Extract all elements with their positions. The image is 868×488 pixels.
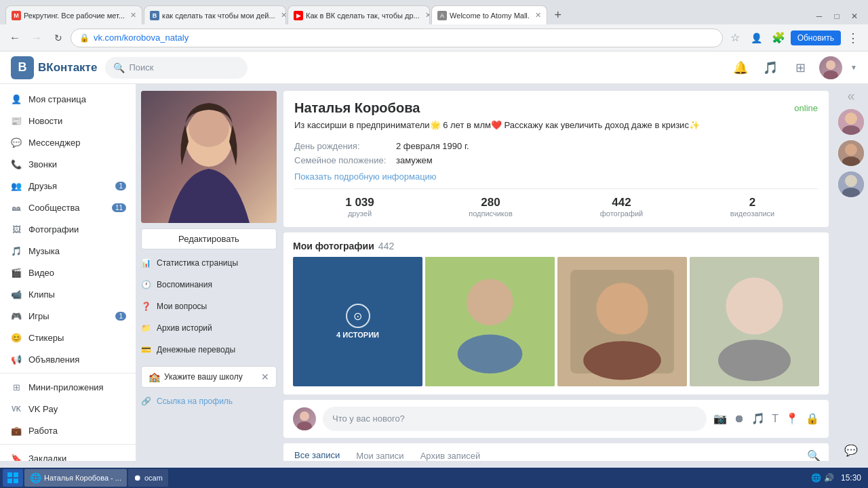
post-lock-icon[interactable]: 🔒 <box>806 412 819 425</box>
messenger-icon: 💬 <box>9 136 23 149</box>
memories-menu-item[interactable]: 🕐 Воспоминания <box>141 277 277 293</box>
sidebar-item-mini-apps[interactable]: ⊞ Мини-приложения <box>0 376 136 398</box>
sidebar-item-video[interactable]: 🎬 Видео <box>0 262 136 283</box>
browser-minimize[interactable]: ─ <box>811 8 827 24</box>
memories-icon: 🕐 <box>141 280 151 289</box>
stats-menu-item[interactable]: 📊 Статистика страницы <box>141 255 277 271</box>
photos-stat[interactable]: 442 фотографий <box>556 196 687 218</box>
address-bar[interactable]: 🔒 vk.com/korobova_nataly <box>71 28 723 47</box>
taskbar-nataly-label: Наталья Коробова - ... <box>44 474 121 482</box>
vk-search-box[interactable]: 🔍 Поиск <box>105 57 248 79</box>
sidebar-item-stickers[interactable]: 😊 Стикеры <box>0 327 136 348</box>
back-button[interactable]: ← <box>5 28 24 47</box>
sidebar-item-groups[interactable]: 🏘 Сообщества 11 <box>0 197 136 218</box>
post-video-icon[interactable]: ⏺ <box>734 413 745 425</box>
sidebar-music-label: Музыка <box>28 246 60 256</box>
sidebar-item-photos[interactable]: 🖼 Фотографии <box>0 218 136 240</box>
sidebar-item-calls[interactable]: 📞 Звонки <box>0 153 136 175</box>
archive-menu-item[interactable]: 📁 Архив историй <box>141 320 277 336</box>
friends-icon: 👥 <box>9 179 23 192</box>
show-more-link[interactable]: Показать подробную информацию <box>294 171 818 182</box>
svg-rect-28 <box>7 479 12 483</box>
svg-rect-27 <box>14 472 18 477</box>
system-tray: 🌐 🔊 15:30 <box>811 473 865 483</box>
post-input[interactable]: Что у вас нового? <box>323 407 707 431</box>
sidebar-vkpay-label: VK Pay <box>28 404 58 414</box>
tab-3[interactable]: ▶ Как в ВК сделать так, чтобы др... ✕ <box>288 5 430 24</box>
collapse-arrow-icon[interactable]: « <box>847 88 854 104</box>
tab-4-close[interactable]: ✕ <box>535 11 541 20</box>
profile-link-item[interactable]: 🔗 Ссылка на профиль <box>141 393 277 409</box>
birthday-label: День рождения: <box>294 141 396 151</box>
extensions-button[interactable]: 🧩 <box>769 28 788 47</box>
apps-grid-icon[interactable]: ⊞ <box>789 57 811 79</box>
tab-2-close[interactable]: ✕ <box>281 11 287 20</box>
photo-tile-4[interactable] <box>690 257 819 386</box>
sidebar-item-bookmarks[interactable]: 🔖 Закладки <box>0 447 136 461</box>
tab-1-title: Рекрутинг. Все рабочие мет... <box>24 12 125 20</box>
sidebar-item-friends[interactable]: 👥 Друзья 1 <box>0 175 136 197</box>
followers-stat[interactable]: 280 подписчиков <box>425 196 556 218</box>
right-panel-avatar-1[interactable] <box>838 109 864 135</box>
tab-archive-posts[interactable]: Архив записей <box>418 444 484 462</box>
post-text-icon[interactable]: T <box>772 413 778 425</box>
sidebar-video-label: Видео <box>28 268 54 278</box>
friends-stat[interactable]: 1 039 друзей <box>294 196 425 218</box>
work-icon: 💼 <box>9 424 23 437</box>
sidebar-item-games[interactable]: 🎮 Игры 1 <box>0 305 136 327</box>
post-location-icon[interactable]: 📍 <box>785 412 799 425</box>
photo-tile-3[interactable] <box>557 257 687 386</box>
forward-button[interactable]: → <box>27 28 46 47</box>
feed-search-icon[interactable]: 🔍 <box>807 449 821 462</box>
vk-logo[interactable]: В ВКонтакте <box>11 56 97 79</box>
sidebar-item-music[interactable]: 🎵 Музыка <box>0 240 136 262</box>
sidebar-item-my-page[interactable]: 👤 Моя страница <box>0 88 136 110</box>
tab-4[interactable]: A Welcome to Atomy Mall. ✕ <box>431 5 547 24</box>
address-text: vk.com/korobova_nataly <box>94 33 189 43</box>
start-button[interactable] <box>3 469 23 487</box>
sidebar-item-news[interactable]: 📰 Новости <box>0 110 136 131</box>
comment-icon[interactable]: 💬 <box>844 444 858 457</box>
stories-tile[interactable]: ⊙ 4 ИСТОРИИ <box>293 257 422 386</box>
taskbar-item-ocam[interactable]: ⏺ ocam <box>128 469 168 487</box>
tab-3-close[interactable]: ✕ <box>425 11 430 20</box>
followers-stat-num: 280 <box>425 196 556 209</box>
vk-header: В ВКонтакте 🔍 Поиск 🔔 🎵 ⊞ ▼ <box>0 52 868 84</box>
bookmark-star[interactable]: ☆ <box>726 28 745 47</box>
browser-profile[interactable]: 👤 <box>747 28 766 47</box>
tab-2[interactable]: В как сделать так чтобы мои дей... ✕ <box>144 5 286 24</box>
post-photo-icon[interactable]: 📷 <box>713 412 727 425</box>
questions-menu-item[interactable]: ❓ Мои вопросы <box>141 298 277 314</box>
notification-bell-icon[interactable]: 🔔 <box>730 57 751 79</box>
money-menu-item[interactable]: 💳 Денежные переводы <box>141 342 277 358</box>
school-icon: 🏫 <box>149 371 160 382</box>
post-music-icon[interactable]: 🎵 <box>751 412 765 425</box>
user-avatar-header[interactable] <box>819 56 842 79</box>
music-nav-icon: 🎵 <box>9 244 23 258</box>
header-avatar-chevron[interactable]: ▼ <box>850 64 857 71</box>
browser-maximize[interactable]: □ <box>829 8 845 24</box>
sidebar-item-messenger[interactable]: 💬 Мессенджер <box>0 131 136 153</box>
browser-close[interactable]: ✕ <box>846 8 863 24</box>
menu-button[interactable]: ⋮ <box>844 28 863 47</box>
svg-point-10 <box>596 283 648 334</box>
tab-my-posts[interactable]: Мои записи <box>353 444 406 462</box>
reload-button[interactable]: ↻ <box>49 28 68 47</box>
taskbar-item-chrome[interactable]: 🌐 Наталья Коробова - ... <box>24 469 127 487</box>
photo-tile-2[interactable] <box>425 257 555 386</box>
sidebar-item-work[interactable]: 💼 Работа <box>0 420 136 441</box>
tab-all-posts[interactable]: Все записи <box>292 443 342 462</box>
sidebar-item-clips[interactable]: 📹 Клипы <box>0 283 136 305</box>
right-panel-avatar-3[interactable] <box>838 171 864 197</box>
school-close-button[interactable]: ✕ <box>261 371 269 382</box>
right-panel-avatar-2[interactable] <box>838 140 864 166</box>
sidebar-item-ads[interactable]: 📢 Объявления <box>0 348 136 370</box>
music-icon[interactable]: 🎵 <box>760 57 781 79</box>
tab-1[interactable]: M Рекрутинг. Все рабочие мет... ✕ <box>5 5 142 24</box>
sidebar-item-vkpay[interactable]: VK VK Pay <box>0 398 136 420</box>
update-button[interactable]: Обновить <box>791 30 841 45</box>
edit-profile-button[interactable]: Редактировать <box>141 228 277 249</box>
tab-1-close[interactable]: ✕ <box>130 11 136 20</box>
new-tab-button[interactable]: + <box>549 5 568 24</box>
videos-stat[interactable]: 2 видеозаписи <box>687 196 818 218</box>
